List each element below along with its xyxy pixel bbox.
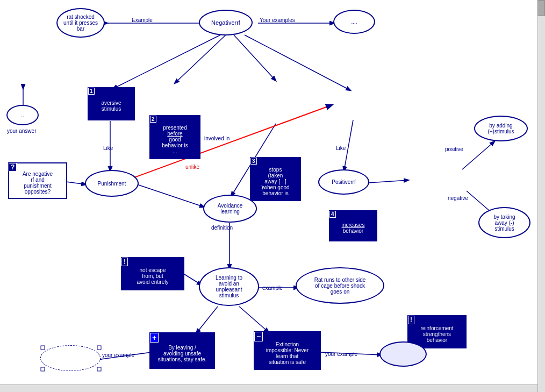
- rat-shocked-node: rat shocked until it presses bar: [56, 8, 105, 38]
- your-answer-label: your answer: [7, 128, 36, 134]
- box1-label: aversive stimulus: [101, 100, 121, 112]
- reinforcement-badge: !: [408, 316, 414, 324]
- box1-node: 1 aversive stimulus: [88, 87, 135, 120]
- rat-runs-node: Rat runs to other side of cage before sh…: [296, 267, 384, 304]
- your-examples-label: Your examples: [260, 17, 295, 23]
- svg-line-10: [137, 184, 204, 207]
- like1-label: Like: [103, 145, 113, 151]
- scrollbar-bottom[interactable]: [0, 384, 537, 392]
- learning-to-avoid-label: Learning to avoid an unpleasant stimulus: [216, 275, 242, 298]
- question-badge: ?: [9, 163, 17, 172]
- positive-label: positive: [445, 146, 463, 152]
- box3-label: stops (taken away [ - ] )when good behav…: [261, 167, 289, 196]
- box3-badge: 3: [250, 158, 257, 165]
- example2-label: example: [262, 285, 283, 291]
- are-neg-label: Are negative rf and punishment opposites…: [23, 171, 53, 195]
- ellipse-dots-left: ..: [6, 105, 39, 125]
- negative-label: negative: [448, 195, 468, 201]
- avoidance-learning-node: Avoidance learning: [203, 195, 257, 223]
- extinction-label: Extinction impossible: Never learn that …: [266, 341, 309, 365]
- svg-line-5: [245, 35, 350, 90]
- by-leaving-node: + By leaving / avoiding unsafe situation…: [149, 332, 215, 369]
- unlike-label: unlike: [185, 164, 199, 170]
- svg-line-4: [234, 35, 276, 81]
- svg-line-19: [196, 307, 218, 333]
- your-example2-label: your example: [325, 351, 357, 357]
- your-example1-label: your example: [102, 352, 134, 358]
- svg-rect-26: [97, 367, 101, 371]
- extinction-node: − Extinction impossible: Never learn tha…: [254, 331, 321, 370]
- svg-line-14: [462, 141, 494, 169]
- svg-line-7: [66, 182, 86, 184]
- by-taking-node: by taking away (-) stimulus: [478, 207, 530, 238]
- positive-rf-label: Positiverrf: [332, 179, 355, 185]
- dashed-ellipse-left: [40, 345, 101, 371]
- negative-rf-node: Negativerrf: [199, 10, 253, 35]
- ellipse-bottom-right: [379, 341, 427, 367]
- ellipse-dots-top: ....: [333, 10, 375, 34]
- svg-rect-25: [97, 346, 101, 350]
- scrollbar-right[interactable]: [537, 0, 545, 392]
- box4-label: increases behavior: [342, 222, 365, 234]
- positive-rf-node: Positiverrf: [318, 169, 369, 195]
- example-label: Example: [132, 17, 153, 23]
- box2-node: 2 presented before good behavior is ...: [149, 115, 200, 159]
- svg-rect-23: [41, 346, 45, 350]
- learning-to-avoid-node: Learning to avoid an unpleasant stimulus: [199, 267, 259, 306]
- by-leaving-label: By leaving / avoiding unsafe situations,…: [158, 345, 207, 362]
- box2-label: presented before good behavior is ...: [162, 125, 188, 154]
- are-neg-node: ? Are negative rf and punishment opposit…: [8, 162, 67, 199]
- by-adding-label: by adding (+)stimulus: [487, 123, 514, 134]
- diagram-container: rat shocked until it presses bar Example…: [0, 0, 545, 392]
- minus-badge: −: [254, 332, 263, 341]
- svg-line-20: [239, 307, 269, 332]
- punishment-label: Punishment: [98, 181, 126, 187]
- avoidance-learning-label: Avoidance learning: [218, 203, 243, 215]
- definition-label: definition: [211, 225, 233, 231]
- svg-line-13: [368, 180, 408, 183]
- svg-line-2: [113, 35, 220, 89]
- plus-badge: +: [150, 333, 159, 343]
- scrollbar-thumb[interactable]: [537, 0, 545, 16]
- by-adding-node: by adding (+)stimulus: [474, 116, 528, 141]
- involved-in-label: involved in: [204, 136, 230, 141]
- rat-runs-label: Rat runs to other side of cage before sh…: [314, 277, 366, 295]
- rat-shocked-label: rat shocked until it presses bar: [63, 14, 98, 32]
- svg-line-3: [175, 35, 226, 83]
- box2-badge: 2: [150, 116, 156, 123]
- negative-rf-label: Negativerrf: [211, 19, 240, 26]
- not-escape-badge: !: [121, 258, 128, 266]
- reinforcement-label: reinforcement strengthens behavior: [420, 325, 453, 343]
- box3-node: 3 stops (taken away [ - ] )when good beh…: [250, 157, 301, 201]
- box1-badge: 1: [88, 88, 95, 95]
- svg-rect-24: [41, 367, 45, 371]
- by-taking-label: by taking away (-) stimulus: [493, 214, 515, 232]
- like2-label: Like: [336, 145, 346, 151]
- box4-badge: 4: [329, 211, 336, 218]
- punishment-node: Punishment: [85, 170, 139, 197]
- not-escape-label: not escape from, but avoid entirely: [137, 267, 169, 285]
- not-escape-node: ! not escape from, but avoid entirely: [121, 257, 184, 290]
- box4-node: 4 increases behavior: [329, 210, 377, 241]
